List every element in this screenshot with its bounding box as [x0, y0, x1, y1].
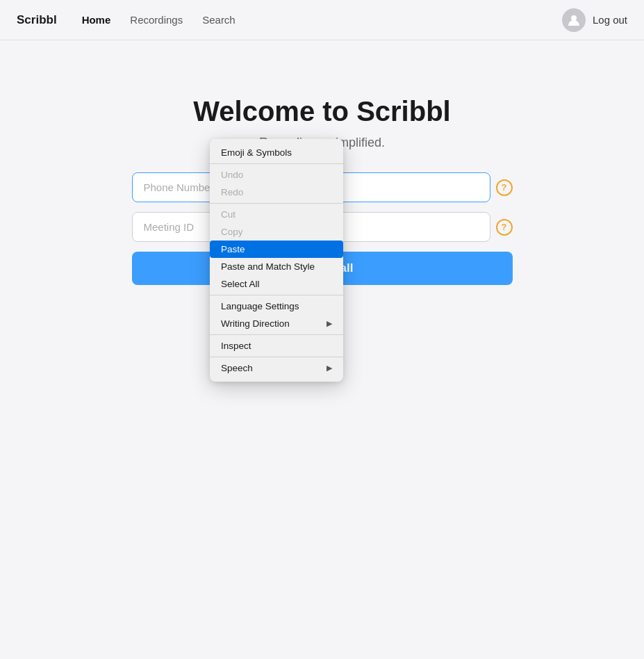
- writing-direction-arrow: ▶: [327, 319, 332, 328]
- context-item-copy[interactable]: Copy: [210, 223, 343, 241]
- meeting-id-help-icon[interactable]: ?: [496, 219, 513, 236]
- context-section-inspect: Inspect: [210, 335, 343, 357]
- user-avatar[interactable]: [562, 8, 586, 32]
- phone-help-icon[interactable]: ?: [496, 179, 513, 196]
- nav-links: Home Recordings Search: [74, 10, 562, 30]
- context-section-language: Language Settings Writing Direction ▶: [210, 295, 343, 335]
- svg-point-0: [571, 15, 577, 21]
- nav-home[interactable]: Home: [74, 10, 119, 30]
- context-item-inspect[interactable]: Inspect: [210, 337, 343, 355]
- nav-search[interactable]: Search: [194, 10, 244, 30]
- hero-title: Welcome to Scribbl: [193, 96, 450, 127]
- context-section-undo-redo: Undo Redo: [210, 164, 343, 204]
- context-menu: Emoji & Symbols Undo Redo Cut Copy Paste…: [210, 139, 343, 382]
- context-item-paste[interactable]: Paste: [210, 241, 343, 258]
- context-section-speech: Speech ▶: [210, 357, 343, 379]
- brand[interactable]: Scribbl: [17, 13, 57, 27]
- context-item-cut[interactable]: Cut: [210, 206, 343, 223]
- context-item-writing-direction[interactable]: Writing Direction ▶: [210, 315, 343, 332]
- context-item-redo[interactable]: Redo: [210, 184, 343, 201]
- speech-arrow: ▶: [327, 364, 332, 373]
- context-item-speech[interactable]: Speech ▶: [210, 359, 343, 377]
- context-item-language-settings[interactable]: Language Settings: [210, 298, 343, 315]
- context-item-undo[interactable]: Undo: [210, 166, 343, 184]
- context-item-paste-match-style[interactable]: Paste and Match Style: [210, 258, 343, 275]
- nav-recordings[interactable]: Recordings: [122, 10, 191, 30]
- logout-button[interactable]: Log out: [593, 14, 627, 26]
- context-section-clipboard: Cut Copy Paste Paste and Match Style Sel…: [210, 204, 343, 295]
- context-section-emoji: Emoji & Symbols: [210, 142, 343, 164]
- navbar: Scribbl Home Recordings Search Log out: [0, 0, 644, 40]
- navbar-right: Log out: [562, 8, 627, 32]
- context-item-select-all[interactable]: Select All: [210, 275, 343, 293]
- context-item-emoji-symbols[interactable]: Emoji & Symbols: [210, 144, 343, 161]
